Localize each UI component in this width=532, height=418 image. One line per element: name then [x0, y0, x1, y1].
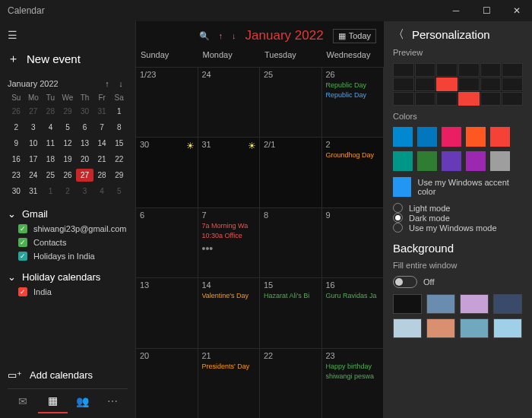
calendar-cell[interactable]: 15Hazarat Ali's Bi — [260, 277, 322, 347]
mini-day-cell[interactable]: 12 — [59, 137, 77, 150]
mini-day-cell[interactable]: 4 — [42, 121, 59, 134]
mini-day-cell[interactable]: 30 — [76, 105, 93, 118]
mini-day-cell[interactable]: 27 — [25, 105, 43, 118]
calendar-cell[interactable]: 24 — [198, 67, 261, 137]
mini-day-cell[interactable]: 29 — [110, 169, 128, 182]
calendar-cell[interactable]: 26Republic DayRepublic Day — [322, 67, 385, 137]
color-swatch[interactable] — [442, 151, 461, 171]
mini-day-cell[interactable]: 1 — [42, 185, 59, 198]
mini-day-cell[interactable]: 6 — [76, 121, 93, 134]
close-button[interactable]: ✕ — [502, 0, 532, 21]
mini-day-cell[interactable]: 2 — [59, 185, 77, 198]
background-thumb[interactable] — [460, 318, 489, 338]
mini-day-cell[interactable]: 30 — [8, 185, 25, 198]
mini-day-cell[interactable]: 27 — [76, 169, 93, 182]
mini-day-cell[interactable]: 14 — [93, 137, 111, 150]
mini-day-cell[interactable]: 10 — [25, 137, 43, 150]
mini-day-cell[interactable]: 2 — [8, 121, 25, 134]
month-title[interactable]: January 2022 — [245, 28, 324, 43]
calendar-cell[interactable]: 2Groundhog Day — [322, 137, 385, 207]
color-swatch[interactable] — [466, 127, 486, 147]
calendar-cell[interactable]: 25 — [260, 67, 322, 137]
mini-day-cell[interactable]: 18 — [42, 153, 59, 166]
calendar-cell[interactable]: 9 — [322, 207, 385, 277]
mode-option[interactable]: Use my Windows mode — [393, 223, 523, 233]
mini-day-cell[interactable]: 29 — [59, 105, 77, 118]
background-thumb[interactable] — [426, 318, 455, 338]
calendar-cell[interactable]: 30☀ — [136, 137, 198, 207]
prev-month-icon[interactable]: ↑ — [219, 31, 223, 40]
event-item[interactable]: shiwangi peswa — [326, 372, 380, 382]
mini-day-cell[interactable]: 21 — [93, 153, 111, 166]
mini-day-cell[interactable]: 3 — [25, 121, 43, 134]
mini-day-cell[interactable]: 5 — [59, 121, 77, 134]
mini-day-cell[interactable]: 8 — [110, 121, 128, 134]
event-item[interactable]: Valentine's Day — [202, 291, 256, 301]
mini-month-label[interactable]: January 2022 — [8, 79, 59, 88]
mini-day-cell[interactable]: 4 — [93, 185, 111, 198]
add-calendars-button[interactable]: ▭⁺ Add calendars — [8, 365, 128, 385]
background-thumb[interactable] — [393, 294, 422, 314]
mini-day-cell[interactable]: 31 — [93, 105, 111, 118]
calendar-cell[interactable]: 23Happy birthdayshiwangi peswa — [322, 348, 385, 418]
more-icon[interactable]: ⋯ — [98, 389, 128, 413]
today-button[interactable]: ▦ Today — [333, 29, 376, 43]
new-event-button[interactable]: ＋ New event — [8, 52, 128, 66]
mode-option[interactable]: Dark mode — [393, 213, 523, 223]
calendar-cell[interactable]: 13 — [136, 277, 198, 347]
background-thumb[interactable] — [393, 318, 422, 338]
account-header[interactable]: ⌄Gmail — [8, 208, 128, 220]
color-swatch[interactable] — [466, 151, 486, 171]
event-item[interactable]: Guru Ravidas Ja — [326, 291, 380, 301]
event-item[interactable]: Presidents' Day — [202, 362, 256, 372]
color-swatch[interactable] — [442, 127, 461, 147]
calendar-item[interactable]: ✓India — [18, 287, 128, 296]
color-swatch[interactable] — [417, 151, 437, 171]
background-thumb[interactable] — [426, 294, 455, 314]
mini-day-cell[interactable]: 1 — [110, 105, 128, 118]
minimize-button[interactable]: ─ — [441, 0, 471, 21]
mini-day-cell[interactable]: 26 — [59, 169, 77, 182]
next-month-icon[interactable]: ↓ — [232, 31, 236, 40]
event-item[interactable]: Republic Day — [326, 81, 380, 90]
more-events-icon[interactable]: ••• — [202, 242, 256, 255]
mini-day-cell[interactable]: 3 — [76, 185, 93, 198]
mini-day-cell[interactable]: 11 — [42, 137, 59, 150]
mini-day-cell[interactable]: 9 — [8, 137, 25, 150]
calendar-cell[interactable]: 8 — [260, 207, 322, 277]
fill-window-toggle[interactable]: Off — [393, 276, 523, 288]
calendar-cell[interactable]: 21Presidents' Day — [198, 348, 261, 418]
color-swatch[interactable] — [490, 151, 510, 171]
mini-day-cell[interactable]: 7 — [93, 121, 111, 134]
account-header[interactable]: ⌄Holiday calendars — [8, 271, 128, 283]
mini-prev-icon[interactable]: ↑ — [100, 77, 114, 90]
color-swatch[interactable] — [490, 127, 510, 147]
color-swatch[interactable] — [393, 127, 413, 147]
calendar-item[interactable]: ✓Holidays in India — [18, 252, 128, 261]
mini-day-cell[interactable]: 28 — [93, 169, 111, 182]
background-thumb[interactable] — [493, 318, 522, 338]
background-thumb[interactable] — [493, 294, 522, 314]
color-swatch[interactable] — [393, 151, 413, 171]
event-item[interactable]: Hazarat Ali's Bi — [264, 291, 318, 301]
event-item[interactable]: 10:30a Office — [202, 231, 256, 241]
mini-day-cell[interactable]: 17 — [25, 153, 43, 166]
mini-day-cell[interactable]: 5 — [110, 185, 128, 198]
back-icon[interactable]: 〈 — [393, 27, 404, 42]
calendar-cell[interactable]: 20 — [136, 348, 198, 418]
calendar-cell[interactable]: 1/23 — [136, 67, 198, 137]
mail-icon[interactable]: ✉ — [8, 389, 38, 413]
mini-day-cell[interactable]: 15 — [110, 137, 128, 150]
color-swatch[interactable] — [417, 127, 437, 147]
mini-day-cell[interactable]: 19 — [59, 153, 77, 166]
calendar-cell[interactable]: 14Valentine's Day — [198, 277, 261, 347]
calendar-cell[interactable]: 16Guru Ravidas Ja — [322, 277, 385, 347]
mini-day-cell[interactable]: 28 — [42, 105, 59, 118]
mini-day-cell[interactable]: 22 — [110, 153, 128, 166]
calendar-item[interactable]: ✓shiwangi23p@gmail.com — [18, 224, 128, 233]
calendar-cell[interactable]: 6 — [136, 207, 198, 277]
calendar-icon[interactable]: ▦ — [38, 389, 68, 413]
mini-day-cell[interactable]: 20 — [76, 153, 93, 166]
mode-option[interactable]: Light mode — [393, 203, 523, 213]
event-item[interactable]: 7a Morning Wa — [202, 221, 256, 231]
